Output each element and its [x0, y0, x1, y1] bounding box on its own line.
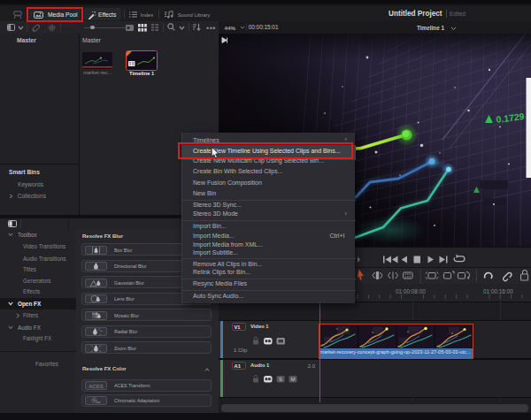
svg-text:M: M — [291, 377, 296, 382]
svg-text:S: S — [279, 377, 282, 382]
svg-text:ACES: ACES — [88, 384, 104, 389]
